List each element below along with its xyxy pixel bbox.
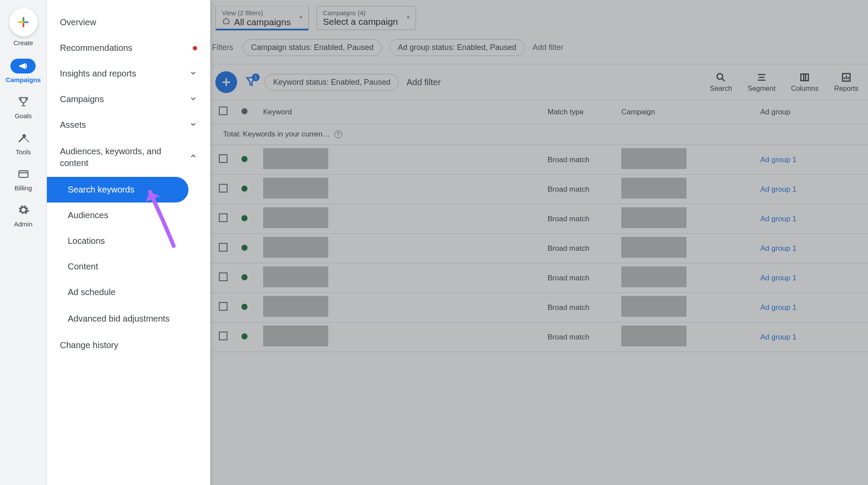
columns-label: Columns [791, 85, 818, 93]
row-checkbox[interactable] [219, 213, 228, 222]
table-total-row: Total: Keywords in your curren… ? [210, 124, 868, 145]
table-row[interactable]: Broad matchAd group 1 [210, 145, 868, 175]
nav-recommendations[interactable]: Recommendations [47, 35, 210, 61]
status-dot-icon [241, 156, 248, 162]
table-row[interactable]: Broad matchAd group 1 [210, 204, 868, 234]
ad-group-link[interactable]: Ad group 1 [760, 333, 796, 341]
row-checkbox[interactable] [219, 154, 228, 163]
rail-campaigns[interactable]: Campaigns [6, 59, 41, 83]
chevron-down-icon [189, 120, 197, 130]
dropdown-icon [405, 14, 411, 22]
nav-advanced-bid[interactable]: Advanced bid adjustments [47, 305, 210, 332]
nav-campaigns-label: Campaigns [60, 94, 104, 104]
rail-admin[interactable]: Admin [14, 204, 33, 228]
add-filter-button[interactable]: Add filter [532, 43, 563, 52]
segment-button[interactable]: Segment [748, 72, 776, 93]
filter-chip-keyword-status[interactable]: Keyword status: Enabled, Paused [265, 74, 399, 91]
col-ad-group[interactable]: Ad group [755, 108, 868, 116]
nav-akc-label: Audiences, keywords, and content [60, 146, 189, 169]
col-campaign[interactable]: Campaign [616, 108, 755, 116]
create-label: Create [13, 39, 33, 47]
status-dot-icon [241, 186, 248, 192]
svg-rect-0 [19, 171, 28, 177]
ad-group-link[interactable]: Ad group 1 [760, 244, 796, 252]
table-row[interactable]: Broad matchAd group 1 [210, 263, 868, 293]
total-row-label: Total: Keywords in your curren… [223, 130, 330, 139]
chevron-down-icon [189, 95, 197, 104]
create-button[interactable]: Create [9, 8, 38, 47]
gear-icon [17, 204, 30, 218]
match-type-cell: Broad match [542, 274, 616, 282]
search-button[interactable]: Search [710, 72, 732, 93]
table-row[interactable]: Broad matchAd group 1 [210, 322, 868, 352]
campaign-redacted [621, 296, 686, 317]
keyword-redacted [263, 266, 328, 287]
nav-insights[interactable]: Insights and reports [47, 61, 210, 86]
nav-content[interactable]: Content [47, 254, 210, 279]
nav-ad-schedule[interactable]: Ad schedule [47, 279, 210, 305]
nav-overview[interactable]: Overview [47, 10, 210, 35]
trophy-icon [17, 96, 30, 110]
chevron-up-icon [189, 152, 197, 163]
campaign-picker[interactable]: Campaigns (4) Select a campaign [317, 6, 416, 30]
nav-overview-label: Overview [60, 17, 96, 27]
main-content: View (2 filters) All campaigns Campaigns… [210, 0, 868, 485]
nav-change-history[interactable]: Change history [47, 332, 210, 358]
rail-billing-label: Billing [14, 184, 32, 192]
row-checkbox[interactable] [219, 332, 228, 340]
status-header-icon[interactable] [241, 108, 248, 114]
rail-tools[interactable]: Tools [16, 132, 31, 156]
nav-assets[interactable]: Assets [47, 112, 210, 138]
row-checkbox[interactable] [219, 272, 228, 281]
keyword-redacted [263, 237, 328, 258]
ad-group-link[interactable]: Ad group 1 [760, 215, 796, 223]
nav-search-keywords[interactable]: Search keywords [47, 177, 188, 203]
nav-locations-label: Locations [68, 236, 105, 246]
svg-marker-2 [406, 17, 409, 18]
col-match-type[interactable]: Match type [542, 108, 616, 116]
row-checkbox[interactable] [219, 184, 228, 193]
filter-chip-campaign-status[interactable]: Campaign status: Enabled, Paused [243, 39, 382, 56]
columns-button[interactable]: Columns [791, 72, 818, 93]
filter-badge: 1 [252, 73, 260, 81]
rail-goals[interactable]: Goals [15, 96, 32, 120]
view-picker-value: All campaigns [234, 17, 291, 27]
nav-audiences-label: Audiences [68, 210, 108, 220]
ad-group-link[interactable]: Ad group 1 [760, 156, 796, 164]
campaign-redacted [621, 207, 686, 228]
add-keyword-button[interactable] [215, 71, 237, 93]
select-all-checkbox[interactable] [219, 106, 228, 115]
card-icon [17, 168, 30, 182]
nav-audiences-keywords-content[interactable]: Audiences, keywords, and content [47, 138, 210, 177]
campaign-redacted [621, 148, 686, 169]
nav-audiences[interactable]: Audiences [47, 203, 210, 228]
table-toolbar: 1 Keyword status: Enabled, Paused Add fi… [210, 64, 868, 100]
ad-group-link[interactable]: Ad group 1 [760, 274, 796, 282]
toolbar-add-filter[interactable]: Add filter [406, 77, 441, 87]
row-checkbox[interactable] [219, 302, 228, 311]
table-row[interactable]: Broad matchAd group 1 [210, 234, 868, 263]
status-dot-icon [241, 333, 248, 339]
status-dot-icon [241, 304, 248, 310]
ad-group-link[interactable]: Ad group 1 [760, 303, 796, 312]
col-keyword[interactable]: Keyword [258, 108, 542, 116]
reports-button[interactable]: Reports [834, 72, 858, 93]
filter-chip-adgroup-status[interactable]: Ad group status: Enabled, Paused [389, 39, 525, 56]
nav-campaigns[interactable]: Campaigns [47, 86, 210, 112]
view-picker[interactable]: View (2 filters) All campaigns [215, 6, 309, 30]
dropdown-icon [298, 14, 304, 22]
rail-billing[interactable]: Billing [14, 168, 32, 192]
nav-locations[interactable]: Locations [47, 228, 210, 254]
nav-assets-label: Assets [60, 120, 86, 130]
search-label: Search [710, 85, 732, 93]
table-row[interactable]: Broad matchAd group 1 [210, 175, 868, 204]
ad-group-link[interactable]: Ad group 1 [760, 185, 796, 193]
help-icon[interactable]: ? [334, 130, 342, 138]
row-checkbox[interactable] [219, 243, 228, 252]
filter-icon[interactable]: 1 [245, 75, 257, 89]
home-icon [222, 17, 231, 27]
scope-pickers: View (2 filters) All campaigns Campaigns… [210, 0, 868, 37]
reports-label: Reports [834, 85, 858, 93]
table-row[interactable]: Broad matchAd group 1 [210, 293, 868, 322]
rail-goals-label: Goals [15, 112, 32, 120]
